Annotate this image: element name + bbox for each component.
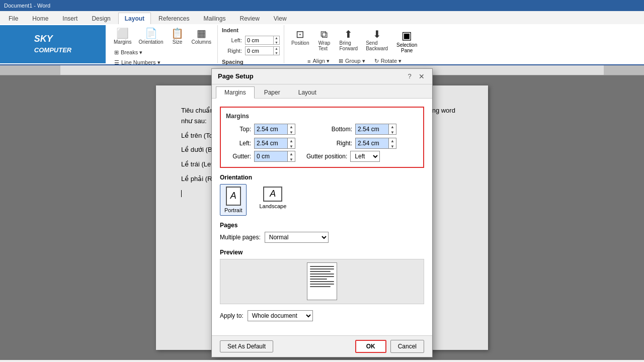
- margin-bottom-arrows: ▲ ▼: [388, 124, 396, 134]
- margin-bottom-spinbox[interactable]: ▲ ▼: [355, 124, 396, 135]
- preview-line-6: [310, 279, 327, 280]
- dialog-close-button[interactable]: ✕: [417, 72, 426, 81]
- gutter-position-dropdown[interactable]: Left Right Top: [351, 151, 379, 161]
- arrange-buttons: ⊡ Position ⧉ WrapText ⬆ BringForward ⬇ S…: [288, 27, 421, 55]
- group-button[interactable]: ⊞ Group ▾: [335, 56, 369, 66]
- apply-to-select[interactable]: Whole document This section This point f…: [248, 310, 313, 321]
- orientation-section: Orientation A Portrait A Landscape: [220, 174, 424, 216]
- tab-view[interactable]: View: [267, 13, 293, 24]
- orientation-button[interactable]: 📄 Orientation: [136, 26, 167, 47]
- ribbon-content: SKYCOMPUTER ⬜ Margins 📄 Orientation 📋 Si…: [0, 24, 644, 65]
- preview-line-5: [310, 276, 334, 277]
- gutter-input[interactable]: [255, 151, 287, 161]
- tab-review[interactable]: Review: [233, 13, 266, 24]
- align-button[interactable]: ≡ Align ▾: [304, 56, 333, 66]
- margin-top-input[interactable]: [255, 124, 287, 134]
- margin-right-spinbox[interactable]: ▲ ▼: [355, 138, 396, 149]
- indent-right-input[interactable]: [246, 47, 273, 55]
- align-icon: ≡: [307, 58, 310, 64]
- dialog-tab-paper[interactable]: Paper: [256, 86, 289, 98]
- margin-left-input[interactable]: [255, 138, 287, 148]
- multiple-pages-select[interactable]: Normal Mirror margins 2 pages per sheet …: [265, 232, 329, 243]
- gutter-spinbox[interactable]: ▲ ▼: [254, 151, 295, 162]
- ok-button[interactable]: OK: [355, 340, 386, 353]
- columns-button[interactable]: ▦ Columns: [189, 26, 214, 47]
- indent-left-spinbox[interactable]: ▲ ▼: [245, 36, 280, 45]
- selection-pane-icon: ▣: [401, 29, 412, 42]
- margin-left-up[interactable]: ▲: [288, 138, 295, 144]
- indent-right-spinbox[interactable]: ▲ ▼: [245, 46, 280, 55]
- margins-section: Margins Top: ▲ ▼: [220, 107, 424, 168]
- breaks-button[interactable]: ⊞ Breaks ▾: [111, 48, 214, 57]
- portrait-label: Portrait: [224, 207, 242, 213]
- tab-mailings[interactable]: Mailings: [197, 13, 232, 24]
- margin-bottom-up[interactable]: ▲: [389, 124, 396, 130]
- wrap-text-button[interactable]: ⧉ WrapText: [314, 27, 334, 55]
- gutter-up[interactable]: ▲: [288, 151, 295, 157]
- margin-right-input[interactable]: [356, 138, 388, 148]
- margin-left-spinbox[interactable]: ▲ ▼: [254, 138, 295, 149]
- margin-left-label: Left:: [226, 140, 251, 147]
- set-as-default-button[interactable]: Set As Default: [220, 340, 273, 352]
- page-setup-buttons: ⬜ Margins 📄 Orientation 📋 Size ▦ Columns: [111, 26, 214, 47]
- margin-bottom-down[interactable]: ▼: [389, 130, 396, 135]
- document-area: · · · · · · · · · · · · · · · · · · · · …: [0, 65, 644, 360]
- indent-right-down[interactable]: ▼: [274, 51, 279, 55]
- gutter-position-select[interactable]: Left Right Top: [350, 151, 380, 162]
- tab-insert[interactable]: Insert: [56, 13, 84, 24]
- indent-left-down[interactable]: ▼: [274, 40, 279, 45]
- indent-right-up[interactable]: ▲: [274, 46, 279, 51]
- orientation-portrait[interactable]: A Portrait: [220, 184, 247, 216]
- margins-grid: Top: ▲ ▼ Bottom:: [226, 124, 418, 149]
- page-setup-group: ⬜ Margins 📄 Orientation 📋 Size ▦ Columns…: [108, 25, 218, 63]
- position-button[interactable]: ⊡ Position: [288, 27, 312, 55]
- gutter-down[interactable]: ▼: [288, 157, 295, 162]
- indent-left-up[interactable]: ▲: [274, 36, 279, 40]
- rotate-button[interactable]: ↻ Rotate ▾: [371, 56, 405, 66]
- indent-left-input[interactable]: [246, 36, 273, 44]
- preview-page: [307, 262, 337, 300]
- orientation-label: Orientation: [139, 39, 164, 45]
- tab-references[interactable]: References: [152, 13, 196, 24]
- margins-button[interactable]: ⬜ Margins: [111, 26, 135, 47]
- dialog-body: Margins Top: ▲ ▼: [212, 99, 432, 335]
- cancel-button[interactable]: Cancel: [390, 340, 424, 353]
- tab-file[interactable]: File: [2, 13, 25, 24]
- margin-right-down[interactable]: ▼: [389, 144, 396, 149]
- margin-right-field: Right: ▲ ▼: [327, 138, 418, 149]
- tab-layout[interactable]: Layout: [118, 13, 151, 24]
- preview-box: [220, 259, 424, 304]
- apply-to-dropdown[interactable]: Whole document This section This point f…: [248, 312, 312, 320]
- indent-right-label: Right:: [222, 48, 242, 54]
- indent-right-arrows: ▲ ▼: [273, 46, 279, 55]
- page-setup-dialog: Page Setup ? ✕ Margins Paper Layout Marg…: [211, 68, 433, 357]
- multiple-pages-label: Multiple pages:: [220, 234, 261, 241]
- send-backward-icon: ⬇: [373, 29, 381, 39]
- orientation-landscape[interactable]: A Landscape: [255, 184, 291, 216]
- tab-home[interactable]: Home: [26, 13, 55, 24]
- selection-pane-button[interactable]: ▣ SelectionPane: [393, 27, 421, 55]
- tab-design[interactable]: Design: [85, 13, 117, 24]
- multiple-pages-dropdown[interactable]: Normal Mirror margins 2 pages per sheet …: [265, 233, 328, 241]
- bring-forward-button[interactable]: ⬆ BringForward: [336, 27, 361, 55]
- preview-line-4: [310, 274, 334, 275]
- margin-right-arrows: ▲ ▼: [388, 138, 396, 148]
- margin-top-down[interactable]: ▼: [288, 130, 295, 135]
- send-backward-button[interactable]: ⬇ SendBackward: [363, 27, 391, 55]
- preview-section: Preview: [220, 249, 424, 304]
- size-button[interactable]: 📋 Size: [168, 26, 188, 47]
- dialog-tab-margins[interactable]: Margins: [216, 86, 255, 99]
- preview-line-2: [310, 268, 334, 269]
- orientation-options: A Portrait A Landscape: [220, 184, 424, 216]
- margin-bottom-input[interactable]: [356, 124, 388, 134]
- dialog-tab-layout[interactable]: Layout: [290, 86, 325, 98]
- preview-line-7: [310, 281, 334, 282]
- rotate-icon: ↻: [374, 58, 379, 64]
- margin-top-spinbox[interactable]: ▲ ▼: [254, 124, 295, 135]
- margin-right-up[interactable]: ▲: [389, 138, 396, 144]
- margin-left-down[interactable]: ▼: [288, 144, 295, 149]
- margin-top-up[interactable]: ▲: [288, 124, 295, 130]
- dialog-tabs: Margins Paper Layout: [212, 84, 432, 99]
- dialog-help-button[interactable]: ?: [405, 72, 414, 81]
- group-label: Group ▾: [345, 58, 365, 64]
